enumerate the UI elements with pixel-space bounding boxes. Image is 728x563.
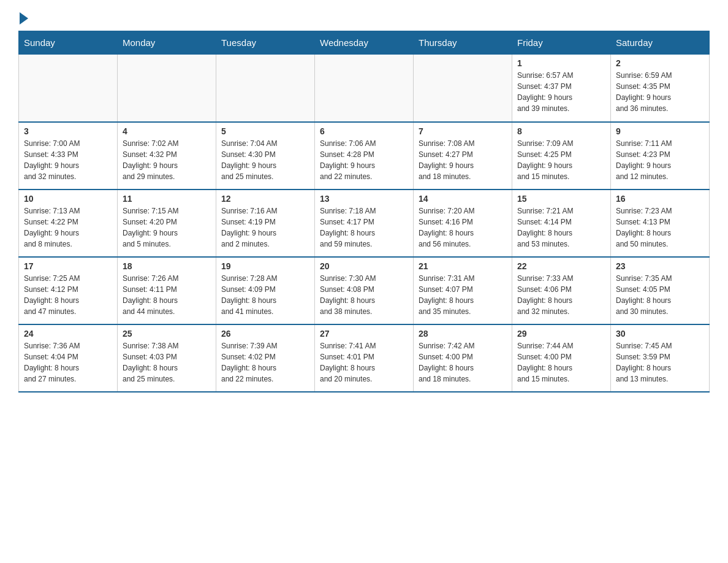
calendar-cell: 4Sunrise: 7:02 AM Sunset: 4:32 PM Daylig…	[118, 122, 216, 190]
day-number: 19	[221, 261, 309, 271]
calendar-cell: 29Sunrise: 7:44 AM Sunset: 4:00 PM Dayli…	[512, 324, 611, 392]
calendar-cell: 7Sunrise: 7:08 AM Sunset: 4:27 PM Daylig…	[414, 122, 512, 190]
day-number: 27	[320, 329, 408, 339]
day-info: Sunrise: 7:00 AM Sunset: 4:33 PM Dayligh…	[24, 138, 112, 182]
calendar-cell: 5Sunrise: 7:04 AM Sunset: 4:30 PM Daylig…	[216, 122, 315, 190]
day-info: Sunrise: 7:31 AM Sunset: 4:07 PM Dayligh…	[419, 273, 507, 317]
logo	[18, 12, 28, 25]
day-info: Sunrise: 7:20 AM Sunset: 4:16 PM Dayligh…	[419, 205, 507, 250]
day-number: 20	[320, 261, 408, 271]
day-info: Sunrise: 7:04 AM Sunset: 4:30 PM Dayligh…	[221, 138, 309, 182]
calendar-header: SundayMondayTuesdayWednesdayThursdayFrid…	[19, 31, 710, 55]
calendar-cell: 14Sunrise: 7:20 AM Sunset: 4:16 PM Dayli…	[414, 190, 512, 257]
calendar-cell	[315, 55, 414, 122]
day-number: 28	[419, 329, 507, 339]
day-number: 21	[419, 261, 507, 271]
day-info: Sunrise: 7:41 AM Sunset: 4:01 PM Dayligh…	[320, 340, 408, 385]
day-number: 30	[616, 329, 704, 339]
calendar-cell: 25Sunrise: 7:38 AM Sunset: 4:03 PM Dayli…	[118, 324, 216, 392]
day-info: Sunrise: 7:09 AM Sunset: 4:25 PM Dayligh…	[517, 138, 605, 182]
calendar-cell: 18Sunrise: 7:26 AM Sunset: 4:11 PM Dayli…	[118, 257, 216, 324]
day-number: 9	[616, 126, 704, 136]
day-number: 26	[221, 329, 309, 339]
day-info: Sunrise: 7:23 AM Sunset: 4:13 PM Dayligh…	[616, 205, 704, 250]
day-number: 2	[616, 58, 704, 68]
day-number: 5	[221, 126, 309, 136]
day-info: Sunrise: 6:57 AM Sunset: 4:37 PM Dayligh…	[517, 70, 605, 114]
calendar-table: SundayMondayTuesdayWednesdayThursdayFrid…	[18, 31, 710, 393]
day-number: 24	[24, 329, 112, 339]
day-info: Sunrise: 7:08 AM Sunset: 4:27 PM Dayligh…	[419, 138, 507, 182]
day-info: Sunrise: 7:35 AM Sunset: 4:05 PM Dayligh…	[616, 273, 704, 317]
day-info: Sunrise: 7:18 AM Sunset: 4:17 PM Dayligh…	[320, 205, 408, 250]
day-number: 16	[616, 194, 704, 204]
day-number: 15	[517, 194, 605, 204]
header-saturday: Saturday	[611, 31, 710, 55]
day-number: 12	[221, 194, 309, 204]
day-number: 6	[320, 126, 408, 136]
day-info: Sunrise: 7:06 AM Sunset: 4:28 PM Dayligh…	[320, 138, 408, 182]
day-info: Sunrise: 7:11 AM Sunset: 4:23 PM Dayligh…	[616, 138, 704, 182]
day-info: Sunrise: 7:36 AM Sunset: 4:04 PM Dayligh…	[24, 340, 112, 385]
header-monday: Monday	[118, 31, 216, 55]
day-number: 17	[24, 261, 112, 271]
day-info: Sunrise: 7:21 AM Sunset: 4:14 PM Dayligh…	[517, 205, 605, 250]
calendar-cell: 26Sunrise: 7:39 AM Sunset: 4:02 PM Dayli…	[216, 324, 315, 392]
calendar-cell: 6Sunrise: 7:06 AM Sunset: 4:28 PM Daylig…	[315, 122, 414, 190]
day-info: Sunrise: 7:25 AM Sunset: 4:12 PM Dayligh…	[24, 273, 112, 317]
week-row-3: 10Sunrise: 7:13 AM Sunset: 4:22 PM Dayli…	[19, 190, 710, 257]
day-number: 25	[123, 329, 211, 339]
calendar-cell: 11Sunrise: 7:15 AM Sunset: 4:20 PM Dayli…	[118, 190, 216, 257]
day-number: 22	[517, 261, 605, 271]
calendar-cell: 17Sunrise: 7:25 AM Sunset: 4:12 PM Dayli…	[19, 257, 118, 324]
calendar-cell: 2Sunrise: 6:59 AM Sunset: 4:35 PM Daylig…	[611, 55, 710, 122]
header-friday: Friday	[512, 31, 611, 55]
calendar-cell: 30Sunrise: 7:45 AM Sunset: 3:59 PM Dayli…	[611, 324, 710, 392]
day-number: 18	[123, 261, 211, 271]
calendar-cell: 1Sunrise: 6:57 AM Sunset: 4:37 PM Daylig…	[512, 55, 611, 122]
calendar-cell: 20Sunrise: 7:30 AM Sunset: 4:08 PM Dayli…	[315, 257, 414, 324]
header-tuesday: Tuesday	[216, 31, 315, 55]
day-number: 4	[123, 126, 211, 136]
week-row-4: 17Sunrise: 7:25 AM Sunset: 4:12 PM Dayli…	[19, 257, 710, 324]
calendar-cell: 15Sunrise: 7:21 AM Sunset: 4:14 PM Dayli…	[512, 190, 611, 257]
day-number: 1	[517, 58, 605, 68]
day-number: 10	[24, 194, 112, 204]
day-number: 8	[517, 126, 605, 136]
header-thursday: Thursday	[414, 31, 512, 55]
day-info: Sunrise: 7:28 AM Sunset: 4:09 PM Dayligh…	[221, 273, 309, 317]
header-row: SundayMondayTuesdayWednesdayThursdayFrid…	[19, 31, 710, 55]
calendar-cell: 13Sunrise: 7:18 AM Sunset: 4:17 PM Dayli…	[315, 190, 414, 257]
day-number: 29	[517, 329, 605, 339]
day-info: Sunrise: 7:45 AM Sunset: 3:59 PM Dayligh…	[616, 340, 704, 385]
week-row-2: 3Sunrise: 7:00 AM Sunset: 4:33 PM Daylig…	[19, 122, 710, 190]
day-info: Sunrise: 7:42 AM Sunset: 4:00 PM Dayligh…	[419, 340, 507, 385]
week-row-5: 24Sunrise: 7:36 AM Sunset: 4:04 PM Dayli…	[19, 324, 710, 392]
day-number: 23	[616, 261, 704, 271]
day-info: Sunrise: 7:44 AM Sunset: 4:00 PM Dayligh…	[517, 340, 605, 385]
day-number: 3	[24, 126, 112, 136]
calendar-cell: 19Sunrise: 7:28 AM Sunset: 4:09 PM Dayli…	[216, 257, 315, 324]
calendar-cell: 27Sunrise: 7:41 AM Sunset: 4:01 PM Dayli…	[315, 324, 414, 392]
day-number: 13	[320, 194, 408, 204]
calendar-cell: 21Sunrise: 7:31 AM Sunset: 4:07 PM Dayli…	[414, 257, 512, 324]
day-number: 7	[419, 126, 507, 136]
calendar-cell: 9Sunrise: 7:11 AM Sunset: 4:23 PM Daylig…	[611, 122, 710, 190]
day-info: Sunrise: 7:02 AM Sunset: 4:32 PM Dayligh…	[123, 138, 211, 182]
day-info: Sunrise: 7:16 AM Sunset: 4:19 PM Dayligh…	[221, 205, 309, 250]
logo-arrow-icon	[20, 12, 28, 25]
calendar-cell: 10Sunrise: 7:13 AM Sunset: 4:22 PM Dayli…	[19, 190, 118, 257]
day-info: Sunrise: 7:30 AM Sunset: 4:08 PM Dayligh…	[320, 273, 408, 317]
day-info: Sunrise: 7:26 AM Sunset: 4:11 PM Dayligh…	[123, 273, 211, 317]
day-info: Sunrise: 7:15 AM Sunset: 4:20 PM Dayligh…	[123, 205, 211, 250]
day-info: Sunrise: 7:38 AM Sunset: 4:03 PM Dayligh…	[123, 340, 211, 385]
calendar-cell: 16Sunrise: 7:23 AM Sunset: 4:13 PM Dayli…	[611, 190, 710, 257]
calendar-cell: 28Sunrise: 7:42 AM Sunset: 4:00 PM Dayli…	[414, 324, 512, 392]
calendar-cell: 24Sunrise: 7:36 AM Sunset: 4:04 PM Dayli…	[19, 324, 118, 392]
day-info: Sunrise: 7:13 AM Sunset: 4:22 PM Dayligh…	[24, 205, 112, 250]
day-info: Sunrise: 7:33 AM Sunset: 4:06 PM Dayligh…	[517, 273, 605, 317]
week-row-1: 1Sunrise: 6:57 AM Sunset: 4:37 PM Daylig…	[19, 55, 710, 122]
day-number: 14	[419, 194, 507, 204]
day-number: 11	[123, 194, 211, 204]
calendar-cell	[414, 55, 512, 122]
